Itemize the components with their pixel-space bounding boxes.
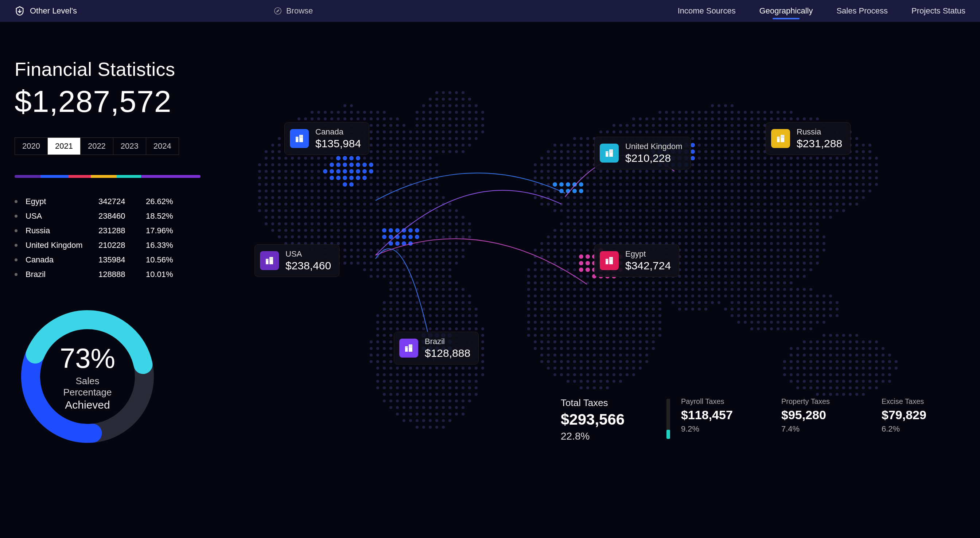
map-card-usa[interactable]: USA $238,460 — [255, 244, 339, 277]
svg-point-670 — [336, 169, 340, 173]
nav-item-geographically[interactable]: Geographically — [759, 6, 813, 16]
svg-point-208 — [383, 131, 386, 134]
svg-point-2643 — [409, 373, 412, 376]
country-row[interactable]: United Kingdom 210228 16.33% — [14, 238, 219, 253]
svg-point-2366 — [593, 334, 596, 337]
svg-point-969 — [796, 189, 799, 193]
svg-point-2434 — [383, 347, 386, 350]
svg-point-2513 — [612, 353, 616, 357]
year-2021[interactable]: 2021 — [48, 138, 81, 154]
svg-point-2319 — [600, 327, 602, 330]
country-row[interactable]: USA 238460 18.52% — [14, 209, 219, 223]
svg-point-2170 — [737, 308, 740, 310]
year-2024[interactable]: 2024 — [146, 138, 179, 154]
svg-point-169 — [685, 124, 687, 127]
country-row[interactable]: Brazil 128888 10.01% — [14, 267, 219, 282]
svg-point-637 — [744, 163, 747, 166]
map-card-canada[interactable]: Canada $135,984 — [285, 122, 369, 155]
svg-point-1385 — [435, 229, 438, 232]
svg-point-2749 — [810, 386, 812, 389]
nav-item-projects-status[interactable]: Projects Status — [912, 6, 966, 16]
svg-point-2828 — [415, 426, 418, 429]
svg-point-2402 — [540, 341, 543, 343]
svg-point-1740 — [455, 262, 458, 265]
year-selector: 20202021202220232024 — [14, 137, 179, 155]
nav-item-income-sources[interactable]: Income Sources — [678, 6, 736, 16]
svg-point-2706 — [600, 380, 602, 383]
svg-point-2061 — [796, 294, 799, 298]
map-card-russia[interactable]: Russia $231,288 — [765, 122, 851, 155]
svg-point-1828 — [718, 268, 721, 271]
svg-point-364 — [442, 143, 445, 146]
svg-point-1002 — [396, 196, 399, 199]
svg-point-2384 — [376, 341, 379, 343]
svg-point-1500 — [796, 236, 799, 239]
svg-point-1083 — [402, 203, 406, 205]
map-card-brazil[interactable]: Brazil $128,888 — [394, 332, 479, 365]
svg-point-1280 — [783, 216, 786, 219]
svg-point-174 — [718, 124, 721, 127]
svg-point-2504 — [554, 353, 556, 357]
svg-point-1239 — [415, 216, 418, 219]
svg-point-1425 — [776, 229, 780, 232]
nav-item-sales-process[interactable]: Sales Process — [836, 6, 888, 16]
svg-point-2784 — [390, 400, 392, 403]
svg-point-1018 — [586, 196, 589, 199]
svg-point-948 — [659, 189, 661, 193]
svg-point-870 — [678, 183, 681, 186]
svg-point-394 — [718, 143, 721, 146]
svg-point-1179 — [606, 209, 609, 212]
svg-point-968 — [790, 189, 792, 193]
svg-point-744 — [291, 177, 294, 179]
svg-point-2178 — [790, 308, 792, 310]
svg-point-2335 — [790, 327, 792, 330]
svg-point-2589 — [383, 367, 386, 369]
country-row[interactable]: Russia 231288 17.96% — [14, 223, 219, 238]
year-2020[interactable]: 2020 — [15, 138, 48, 154]
svg-point-396 — [730, 143, 733, 146]
svg-point-754 — [356, 176, 360, 180]
svg-point-1120 — [730, 203, 733, 205]
year-2022[interactable]: 2022 — [81, 138, 113, 154]
country-row[interactable]: Egypt 342724 26.62% — [14, 194, 219, 209]
svg-point-510 — [336, 156, 340, 161]
card-country-value: $342,724 — [625, 259, 671, 272]
svg-point-1749 — [585, 261, 590, 265]
svg-point-2759 — [875, 386, 878, 389]
svg-point-1008 — [435, 196, 438, 199]
svg-point-80 — [344, 117, 346, 120]
svg-point-1272 — [730, 216, 733, 219]
svg-point-509 — [330, 157, 333, 160]
svg-point-1371 — [344, 229, 346, 232]
svg-point-579 — [271, 163, 274, 166]
svg-point-574 — [862, 157, 865, 160]
svg-point-2617 — [625, 367, 628, 369]
svg-point-1389 — [461, 229, 465, 232]
tax-pct: 9.2% — [681, 424, 761, 434]
svg-point-2511 — [600, 353, 602, 357]
svg-point-1197 — [724, 209, 727, 212]
svg-point-1219 — [285, 216, 287, 219]
svg-point-365 — [449, 143, 451, 146]
svg-point-127 — [810, 117, 812, 120]
svg-point-1709 — [757, 255, 760, 258]
browse-link[interactable]: Browse — [274, 6, 313, 16]
svg-point-1127 — [776, 203, 780, 205]
gauge-center: 73% Sales Percentage Achieved — [51, 342, 124, 411]
brand-logo[interactable]: Other Level's — [14, 6, 77, 16]
svg-point-2462 — [612, 347, 616, 350]
gauge-label-1: Sales Percentage — [51, 376, 124, 398]
svg-point-2453 — [554, 347, 556, 350]
svg-point-2154 — [606, 308, 609, 310]
map-card-egypt[interactable]: Egypt $342,724 — [594, 244, 679, 277]
svg-point-1733 — [409, 262, 412, 265]
svg-point-1540 — [580, 242, 582, 245]
svg-point-967 — [783, 189, 786, 193]
map-card-uk[interactable]: United Kingdom $210,228 — [594, 137, 691, 169]
svg-point-31 — [324, 111, 327, 114]
svg-point-1441 — [337, 236, 340, 239]
year-2023[interactable]: 2023 — [113, 138, 146, 154]
svg-point-640 — [764, 163, 766, 166]
svg-point-98 — [475, 117, 477, 120]
country-row[interactable]: Canada 135984 10.56% — [14, 253, 219, 267]
